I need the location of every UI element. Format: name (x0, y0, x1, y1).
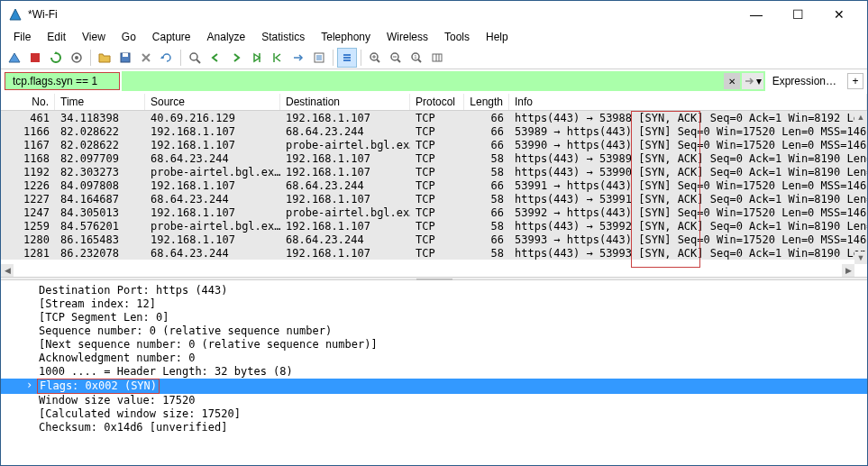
menu-tools[interactable]: Tools (437, 29, 477, 45)
packet-row[interactable]: 122684.097808192.168.1.10768.64.23.244TC… (1, 178, 867, 192)
cell-no: 1168 (1, 152, 55, 165)
detail-line[interactable]: [Calculated window size: 17520] (1, 407, 867, 421)
packet-row[interactable]: 122784.16468768.64.23.244192.168.1.107TC… (1, 192, 867, 206)
titlebar: *Wi-Fi — ☐ ✕ (1, 1, 867, 28)
cell-destination: 68.64.23.244 (280, 125, 410, 138)
col-header-destination[interactable]: Destination (280, 94, 410, 110)
detail-line[interactable]: 1000 .... = Header Length: 32 bytes (8) (1, 365, 867, 379)
close-button[interactable]: ✕ (818, 1, 860, 28)
expression-button[interactable]: Expression… (767, 73, 842, 89)
cell-protocol: TCP (410, 247, 464, 260)
tcp-flags: [SYN, ACK] (638, 166, 703, 178)
reload-button[interactable] (157, 48, 177, 68)
menu-go[interactable]: Go (114, 29, 143, 45)
detail-line[interactable]: Window size value: 17520 (1, 394, 867, 407)
detail-line[interactable]: Checksum: 0x14d6 [unverified] (1, 421, 867, 434)
auto-scroll-button[interactable] (309, 48, 329, 68)
hscroll-right-icon[interactable]: ▶ (842, 264, 854, 277)
start-capture-button[interactable] (5, 48, 24, 68)
cell-source: 192.168.1.107 (145, 179, 280, 192)
packet-list-header: No. Time Source Destination Protocol Len… (1, 93, 867, 111)
menu-capture[interactable]: Capture (145, 29, 198, 45)
go-to-packet-button[interactable] (247, 48, 267, 68)
save-button[interactable] (115, 48, 135, 68)
cell-destination: 68.64.23.244 (280, 233, 410, 246)
col-header-time[interactable]: Time (55, 94, 145, 110)
cell-protocol: TCP (410, 206, 464, 219)
stop-capture-button[interactable] (25, 48, 45, 68)
detail-line[interactable]: Destination Port: https (443) (1, 284, 867, 297)
packet-detail-pane[interactable]: Destination Port: https (443)[Stream ind… (1, 280, 867, 457)
close-file-button[interactable] (136, 48, 156, 68)
menu-analyze[interactable]: Analyze (200, 29, 253, 45)
cell-time: 84.305013 (55, 206, 145, 219)
cell-time: 86.232078 (55, 247, 145, 260)
vscroll-down-icon[interactable]: ▼ (854, 251, 867, 264)
menu-file[interactable]: File (6, 29, 38, 45)
filter-clear-button[interactable]: ✕ (724, 73, 740, 89)
detail-line[interactable]: Flags: 0x002 (SYN) (1, 379, 867, 394)
tcp-flags: [SYN] (638, 179, 671, 192)
packet-row[interactable]: 46134.11839840.69.216.129192.168.1.107TC… (1, 111, 867, 124)
restart-capture-button[interactable] (46, 48, 66, 68)
col-header-info[interactable]: Info (509, 94, 867, 110)
detail-line[interactable]: Sequence number: 0 (relative sequence nu… (1, 324, 867, 338)
vscroll-up-icon[interactable]: ▲ (854, 111, 867, 123)
cell-source: probe-airtel.bgl.ex… (145, 166, 280, 178)
filter-apply-button[interactable]: ▾ (742, 73, 763, 89)
go-last-button[interactable] (288, 48, 308, 68)
col-header-source[interactable]: Source (145, 94, 280, 110)
zoom-reset-button[interactable]: 1 (407, 48, 426, 68)
hscroll-left-icon[interactable]: ◀ (1, 264, 14, 277)
tcp-flags: [SYN, ACK] (638, 247, 703, 260)
packet-row[interactable]: 128086.165483192.168.1.10768.64.23.244TC… (1, 233, 867, 246)
col-header-no[interactable]: No. (1, 94, 55, 110)
cell-no: 1167 (1, 139, 55, 151)
capture-options-button[interactable] (67, 48, 87, 68)
add-filter-button[interactable]: + (847, 73, 863, 89)
packet-row[interactable]: 128186.23207868.64.23.244192.168.1.107TC… (1, 246, 867, 260)
packet-row[interactable]: 116782.028622192.168.1.107probe-airtel.b… (1, 138, 867, 151)
packet-row[interactable]: 125984.576201probe-airtel.bgl.ex…192.168… (1, 219, 867, 233)
cell-protocol: TCP (410, 166, 464, 178)
detail-line[interactable]: [TCP Segment Len: 0] (1, 311, 867, 324)
zoom-out-button[interactable] (386, 48, 406, 68)
svg-line-23 (397, 59, 400, 62)
go-back-button[interactable] (206, 48, 225, 68)
tcp-flags: [SYN] (638, 206, 671, 219)
find-packet-button[interactable] (185, 48, 205, 68)
packet-row[interactable]: 116682.028622192.168.1.10768.64.23.244TC… (1, 124, 867, 138)
detail-line[interactable]: [Next sequence number: 0 (relative seque… (1, 338, 867, 352)
detail-line[interactable]: Acknowledgment number: 0 (1, 352, 867, 365)
open-file-button[interactable] (95, 48, 114, 68)
menu-help[interactable]: Help (479, 29, 516, 45)
menu-statistics[interactable]: Statistics (254, 29, 312, 45)
col-header-protocol[interactable]: Protocol (410, 94, 464, 110)
packet-list-body[interactable]: 46134.11839840.69.216.129192.168.1.107TC… (1, 111, 867, 277)
cell-no: 1227 (1, 193, 55, 206)
menu-edit[interactable]: Edit (40, 29, 73, 45)
minimize-button[interactable]: — (736, 1, 777, 28)
maximize-button[interactable]: ☐ (777, 1, 818, 28)
cell-length: 66 (464, 125, 509, 138)
menu-telephony[interactable]: Telephony (314, 29, 378, 45)
cell-source: 68.64.23.244 (145, 152, 280, 165)
cell-no: 1166 (1, 125, 55, 138)
display-filter-input[interactable] (9, 73, 151, 89)
cell-info: 53993 → https(443) [SYN] Seq=0 Win=17520… (509, 233, 867, 246)
colorize-button[interactable] (337, 48, 357, 68)
col-header-length[interactable]: Length (464, 94, 509, 110)
resize-columns-button[interactable] (427, 48, 447, 68)
cell-info: https(443) → 53992 [SYN, ACK] Seq=0 Ack=… (509, 220, 867, 233)
menu-view[interactable]: View (75, 29, 113, 45)
packet-row[interactable]: 119282.303273probe-airtel.bgl.ex…192.168… (1, 165, 867, 178)
go-forward-button[interactable] (226, 48, 246, 68)
display-filter-extension: ✕ ▾ (122, 71, 765, 91)
go-first-button[interactable] (268, 48, 288, 68)
cell-info: 53992 → https(443) [SYN] Seq=0 Win=17520… (509, 206, 867, 219)
menu-wireless[interactable]: Wireless (379, 29, 435, 45)
packet-row[interactable]: 116882.09770968.64.23.244192.168.1.107TC… (1, 151, 867, 165)
zoom-in-button[interactable] (365, 48, 385, 68)
packet-row[interactable]: 124784.305013192.168.1.107probe-airtel.b… (1, 206, 867, 219)
detail-line[interactable]: [Stream index: 12] (1, 297, 867, 311)
